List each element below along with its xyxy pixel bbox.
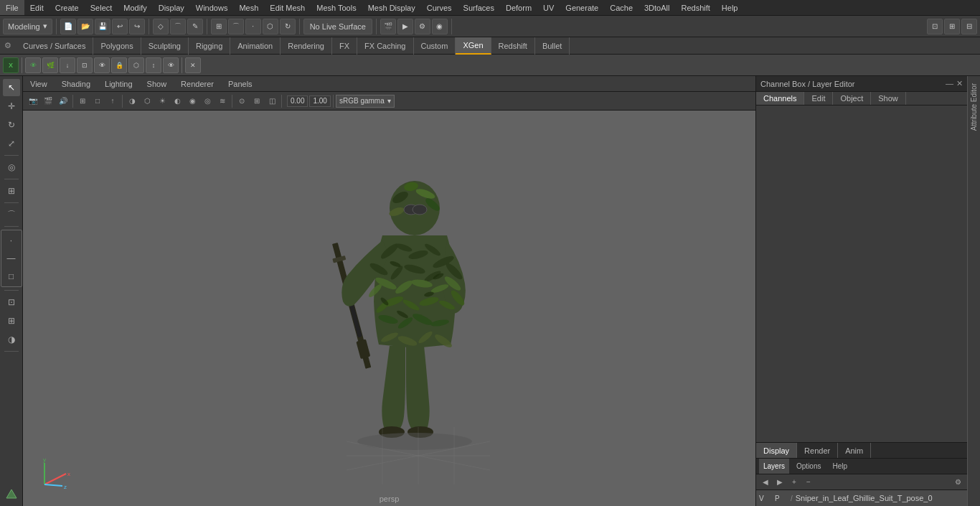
remove-layer-button[interactable]: − [802,476,815,489]
menu-uv[interactable]: UV [537,0,560,15]
menu-mesh-tools[interactable]: Mesh Tools [311,0,362,15]
tab-curves-surfaces[interactable]: Curves / Surfaces [16,37,93,55]
layer-visibility[interactable]: V [759,495,772,502]
isolate-select[interactable]: ⊙ [235,94,249,108]
menu-display[interactable]: Display [153,0,190,15]
redo-button[interactable]: ↪ [129,19,145,34]
add-layer-button[interactable]: + [788,476,801,489]
aa-toggle[interactable]: ◎ [200,94,215,108]
close-icon[interactable]: ✕ [956,79,963,88]
menu-redshift[interactable]: Redshift [675,0,715,15]
live-surface-button[interactable]: No Live Surface [303,19,372,34]
tab-settings-icon[interactable]: ⚙ [0,37,16,55]
motion-blur-toggle[interactable]: ≋ [215,94,230,108]
soft-select-button[interactable]: ◎ [3,159,20,176]
shadow-toggle[interactable]: ◐ [170,94,184,108]
layout-button[interactable]: ⊡ [927,19,943,34]
open-file-button[interactable]: 📂 [77,19,93,34]
next-layer-button[interactable]: ▶ [773,476,786,489]
menu-deform[interactable]: Deform [500,0,537,15]
translate-x-field[interactable]: 0.00 [287,95,308,107]
move-tool-button[interactable]: ✛ [3,98,20,115]
xgen-place-button[interactable]: ↓ [60,57,75,73]
xgen-density-button[interactable]: ⊡ [77,57,93,73]
snap-curve[interactable]: ⌒ [228,19,244,34]
workspace-dropdown[interactable]: Modeling ▾ [3,19,52,34]
menu-edit[interactable]: Edit [24,0,50,15]
snap-vertex[interactable]: · [3,232,20,249]
tab-animation[interactable]: Animation [230,37,281,55]
tab-redshift[interactable]: Redshift [491,37,535,55]
xray-toggle[interactable]: ◫ [265,94,279,108]
snap-edge[interactable]: — [3,250,20,267]
grid-button[interactable]: ⊟ [961,19,977,34]
select-tool[interactable]: ◇ [153,19,169,34]
anim-tab[interactable]: Anim [838,443,871,458]
menu-help[interactable]: Help [716,0,744,15]
menu-edit-mesh[interactable]: Edit Mesh [264,0,311,15]
xgen-eye-button[interactable]: 👁 [94,57,110,73]
menu-windows[interactable]: Windows [190,0,234,15]
rotate-tool-button[interactable]: ↻ [3,116,20,133]
menu-create[interactable]: Create [50,0,85,15]
texture-toggle[interactable]: ⬡ [140,94,154,108]
new-file-button[interactable]: 📄 [60,19,76,34]
display-button[interactable]: ⊡ [3,294,20,311]
layer-options-button[interactable]: ⚙ [951,476,964,489]
canvas-area[interactable]: x y z persp [23,111,755,506]
channels-tab[interactable]: Channels [756,92,804,105]
xgen-groom-button[interactable]: 🌿 [42,57,58,73]
layer-row[interactable]: V P / Sniper_in_Leaf_Ghillie_Suit_T_pose… [756,490,967,506]
wireframe-toggle[interactable]: □ [90,94,105,108]
audio-button[interactable]: 🔊 [56,94,70,108]
tab-sculpting[interactable]: Sculpting [141,37,189,55]
panels-menu[interactable]: Panels [224,80,257,88]
object-tab[interactable]: Object [833,92,871,105]
lasso-select[interactable]: ⌒ [170,19,186,34]
translate-y-field[interactable]: 1.00 [309,95,330,107]
display-settings[interactable]: ⊞ [250,94,264,108]
lasso-tool[interactable]: ⌒ [3,206,20,223]
render-tab[interactable]: Render [797,443,838,458]
shading-button[interactable]: ◑ [3,331,20,348]
menu-curves[interactable]: Curves [421,0,458,15]
normals-toggle[interactable]: ↑ [105,94,120,108]
save-file-button[interactable]: 💾 [95,19,110,34]
render-settings[interactable]: ⚙ [415,19,430,34]
layers-subtab[interactable]: Layers [759,459,789,474]
menu-modify[interactable]: Modify [118,0,152,15]
xgen-icon-button[interactable] [3,486,20,503]
grid-button[interactable]: ⊞ [3,312,20,329]
tab-bullet[interactable]: Bullet [535,37,570,55]
renderer-menu[interactable]: Renderer [176,80,218,88]
tab-rendering[interactable]: Rendering [281,37,332,55]
snap-grid[interactable]: ⊞ [211,19,227,34]
lighting-menu[interactable]: Lighting [100,80,137,88]
xgen-lock-button[interactable]: 🔒 [111,57,127,73]
xgen-visibility-button[interactable]: 👁 [163,57,179,73]
soft-select[interactable]: ↻ [280,19,296,34]
show-tab[interactable]: Show [871,92,906,105]
menu-select[interactable]: Select [85,0,118,15]
color-space-dropdown[interactable]: sRGB gamma ▾ [336,95,395,108]
ao-toggle[interactable]: ◉ [185,94,199,108]
menu-cache[interactable]: Cache [604,0,639,15]
menu-surfaces[interactable]: Surfaces [458,0,500,15]
display-tab[interactable]: Display [756,443,797,458]
shading-menu[interactable]: Shading [57,80,95,88]
scale-tool-button[interactable]: ⤢ [3,135,20,152]
undo-button[interactable]: ↩ [112,19,128,34]
render-button[interactable]: 🎬 [380,19,396,34]
camera-button[interactable]: 📷 [26,94,40,108]
menu-file[interactable]: File [0,0,24,15]
tab-polygons[interactable]: Polygons [93,37,141,55]
layer-playback[interactable]: P [775,495,788,502]
view-menu[interactable]: View [26,80,52,88]
playblast-button[interactable]: 🎬 [41,94,55,108]
xgen-hex-button[interactable]: ⬡ [128,57,144,73]
tab-fx-caching[interactable]: FX Caching [357,37,413,55]
light-toggle[interactable]: ☀ [155,94,169,108]
snap-point[interactable]: · [245,19,261,34]
grid-toggle[interactable]: ⊞ [75,94,90,108]
prev-layer-button[interactable]: ◀ [759,476,772,489]
